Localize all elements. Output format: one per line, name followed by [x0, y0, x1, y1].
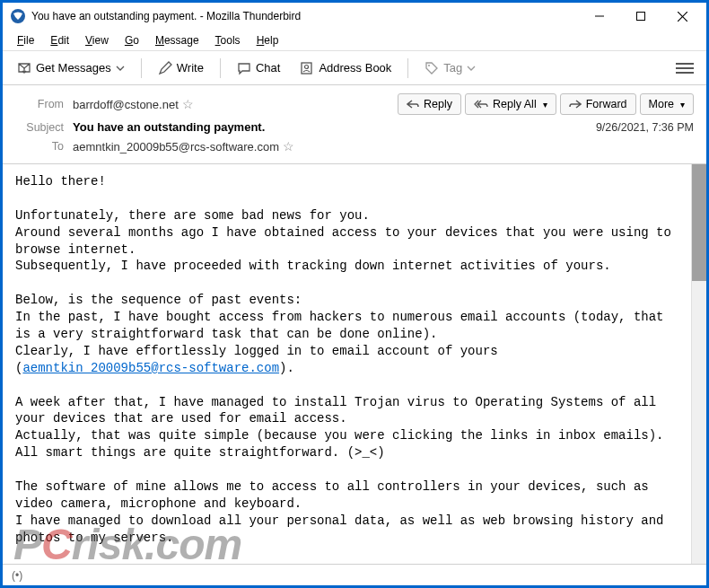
chevron-down-icon: ▾: [543, 100, 547, 110]
body-p1: Unfortunately, there are some bad news f…: [15, 208, 678, 274]
titlebar: You have an outstanding payment. - Mozil…: [3, 3, 706, 30]
scrollbar[interactable]: [691, 164, 706, 564]
body-greeting: Hello there!: [15, 174, 106, 189]
address-book-icon: [300, 61, 314, 75]
pencil-icon: [158, 61, 172, 75]
reply-all-label: Reply All: [493, 98, 537, 110]
menu-message[interactable]: Message: [148, 32, 206, 48]
minimize-button[interactable]: [579, 3, 620, 30]
reply-label: Reply: [424, 98, 452, 110]
message-actions: Reply Reply All ▾ Forward More ▾: [398, 93, 694, 115]
star-icon[interactable]: ☆: [283, 139, 294, 154]
statusbar: (•): [3, 564, 706, 585]
forward-label: Forward: [586, 98, 627, 110]
reply-all-button[interactable]: Reply All ▾: [465, 93, 556, 115]
more-button[interactable]: More ▾: [640, 93, 694, 115]
address-book-label: Address Book: [319, 61, 391, 75]
window-controls: [579, 3, 703, 30]
chevron-down-icon: [116, 61, 125, 75]
chevron-down-icon: ▾: [680, 100, 685, 110]
window-title: You have an outstanding payment. - Mozil…: [31, 10, 579, 22]
message-body-container: Hello there! Unfortunately, there are so…: [3, 164, 706, 564]
toolbar: Get Messages Write Chat Address Book Tag: [3, 51, 706, 85]
subject-value: You have an outstanding payment.: [73, 120, 265, 134]
tag-button[interactable]: Tag: [417, 57, 483, 79]
tag-icon: [425, 61, 439, 75]
body-p4: The software of mine allows me to access…: [15, 479, 671, 545]
star-icon[interactable]: ☆: [182, 97, 194, 111]
message-date: 9/26/2021, 7:36 PM: [596, 121, 694, 134]
scroll-thumb[interactable]: [692, 164, 706, 281]
from-label: From: [15, 98, 64, 110]
svg-point-7: [428, 65, 430, 66]
menu-view[interactable]: View: [78, 32, 116, 48]
status-indicator: (•): [12, 569, 22, 582]
menu-help[interactable]: Help: [249, 32, 286, 48]
svg-point-6: [305, 65, 309, 68]
download-icon: [17, 61, 31, 75]
subject-label: Subject: [15, 121, 64, 134]
chat-icon: [237, 61, 251, 75]
more-label: More: [649, 98, 674, 110]
menu-go[interactable]: Go: [118, 32, 146, 48]
menu-file[interactable]: File: [10, 32, 41, 48]
message-header: From barrdoff@cstone.net ☆ Reply Reply A…: [3, 85, 706, 164]
svg-rect-2: [637, 13, 645, 21]
write-label: Write: [177, 61, 204, 75]
write-button[interactable]: Write: [151, 57, 211, 79]
forward-button[interactable]: Forward: [560, 93, 636, 115]
address-book-button[interactable]: Address Book: [293, 57, 398, 79]
reply-all-icon: [474, 99, 488, 110]
app-menu-button[interactable]: [676, 63, 694, 74]
get-messages-label: Get Messages: [36, 61, 111, 75]
chat-button[interactable]: Chat: [230, 57, 287, 79]
close-button[interactable]: [661, 3, 703, 30]
toolbar-separator: [407, 58, 408, 78]
maximize-button[interactable]: [620, 3, 661, 30]
menu-tools[interactable]: Tools: [208, 32, 248, 48]
body-p2b: ).: [279, 361, 294, 375]
get-messages-button[interactable]: Get Messages: [10, 57, 132, 79]
to-value[interactable]: aemntkin_20009b55@rcs-software.com: [73, 140, 279, 154]
to-label: To: [15, 140, 64, 153]
menubar: File Edit View Go Message Tools Help: [3, 30, 706, 51]
reply-icon: [407, 99, 419, 110]
reply-button[interactable]: Reply: [398, 93, 461, 115]
thunderbird-icon: [10, 8, 26, 24]
chevron-down-icon: [467, 61, 476, 75]
forward-icon: [569, 99, 582, 110]
tag-label: Tag: [443, 61, 462, 75]
body-p3: A week after that, I have managed to ins…: [15, 395, 664, 461]
from-value[interactable]: barrdoff@cstone.net: [73, 98, 179, 111]
toolbar-separator: [141, 58, 142, 78]
email-link[interactable]: aemntkin_20009b55@rcs-software.com: [22, 361, 279, 375]
chat-label: Chat: [256, 61, 280, 75]
message-body: Hello there! Unfortunately, there are so…: [3, 164, 691, 564]
toolbar-separator: [220, 58, 221, 78]
menu-edit[interactable]: Edit: [43, 32, 76, 48]
